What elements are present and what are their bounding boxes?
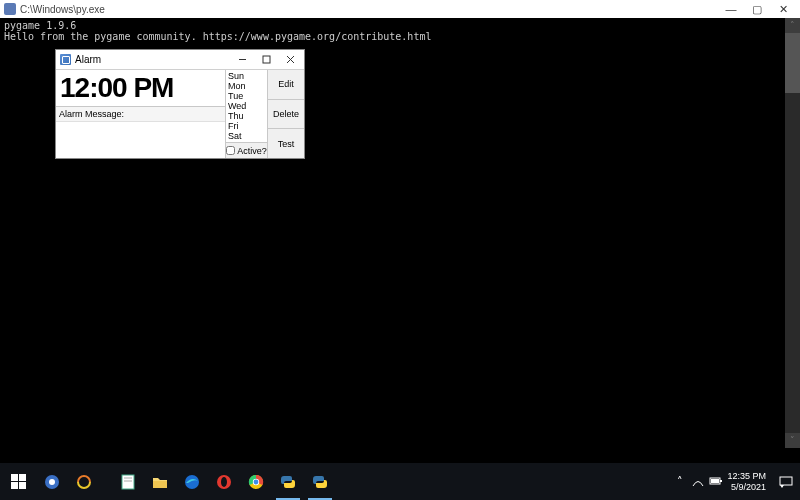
taskbar-opera[interactable] <box>208 463 240 500</box>
svg-rect-17 <box>720 480 722 482</box>
scroll-down-icon[interactable]: ˅ <box>785 433 800 448</box>
day-item[interactable]: Fri <box>228 121 265 131</box>
app-icon <box>74 472 94 492</box>
alarm-message-label: Alarm Message: <box>56 106 225 121</box>
svg-point-12 <box>221 477 227 487</box>
day-item[interactable]: Sat <box>228 131 265 141</box>
svg-point-5 <box>49 479 55 485</box>
maximize-button[interactable]: ▢ <box>744 3 770 16</box>
active-label: Active? <box>237 146 267 156</box>
day-item[interactable]: Tue <box>228 91 265 101</box>
console-line: pygame 1.9.6 <box>4 20 76 31</box>
alarm-titlebar[interactable]: Alarm <box>56 50 304 70</box>
svg-rect-9 <box>153 481 167 488</box>
active-toggle-row[interactable]: Active? <box>226 142 267 158</box>
system-tray[interactable]: ˄ 12:35 PM 5/9/2021 <box>671 463 800 500</box>
scroll-thumb[interactable] <box>785 33 800 93</box>
tray-chevron-icon[interactable]: ˄ <box>671 475 689 488</box>
console-title: C:\Windows\py.exe <box>20 4 718 15</box>
svg-rect-18 <box>711 479 719 483</box>
taskbar-app-2[interactable] <box>68 463 100 500</box>
taskbar[interactable]: ˄ 12:35 PM 5/9/2021 <box>0 463 800 500</box>
notification-icon <box>778 474 794 490</box>
notepad-icon <box>118 472 138 492</box>
scroll-up-icon[interactable]: ˄ <box>785 18 800 33</box>
tk-feather-icon <box>60 54 71 65</box>
edge-icon <box>182 472 202 492</box>
minimize-button[interactable]: — <box>718 3 744 15</box>
alarm-left-pane: 12:00 PM Alarm Message: <box>56 70 226 158</box>
opera-icon <box>214 472 234 492</box>
alarm-time-display: 12:00 PM <box>56 70 225 106</box>
day-item[interactable]: Sun <box>228 71 265 81</box>
console-line: Hello from the pygame community. https:/… <box>4 31 431 42</box>
taskbar-app-3[interactable] <box>112 463 144 500</box>
svg-point-15 <box>254 479 259 484</box>
action-center-button[interactable] <box>772 463 800 500</box>
python-icon <box>278 472 298 492</box>
close-button[interactable]: ✕ <box>770 3 796 16</box>
clock-date: 5/9/2021 <box>727 482 766 493</box>
tray-battery-icon[interactable] <box>707 476 725 488</box>
alarm-message-input[interactable] <box>56 121 225 149</box>
windows-logo-icon <box>11 474 26 489</box>
alarm-maximize-button[interactable] <box>254 52 278 68</box>
test-button[interactable]: Test <box>268 129 304 158</box>
svg-rect-19 <box>780 477 792 485</box>
taskbar-python-2[interactable] <box>304 463 336 500</box>
alarm-buttons-pane: Edit Delete Test <box>268 70 304 158</box>
console-scrollbar[interactable]: ˄ ˅ <box>785 18 800 448</box>
day-item[interactable]: Mon <box>228 81 265 91</box>
taskbar-app-1[interactable] <box>36 463 68 500</box>
active-checkbox[interactable] <box>226 146 235 155</box>
taskbar-file-explorer[interactable] <box>144 463 176 500</box>
delete-button[interactable]: Delete <box>268 100 304 130</box>
day-item[interactable]: Thu <box>228 111 265 121</box>
alarm-window[interactable]: Alarm 12:00 PM Alarm Message: Sun Mon Tu… <box>55 49 305 159</box>
taskbar-python-1[interactable] <box>272 463 304 500</box>
console-titlebar[interactable]: C:\Windows\py.exe — ▢ ✕ <box>0 0 800 18</box>
day-item[interactable]: Wed <box>228 101 265 111</box>
folder-icon <box>150 472 170 492</box>
alarm-close-button[interactable] <box>278 52 302 68</box>
console-output: pygame 1.9.6 Hello from the pygame commu… <box>0 18 800 44</box>
start-button[interactable] <box>0 463 36 500</box>
tray-network-icon[interactable] <box>689 475 707 489</box>
taskbar-chrome[interactable] <box>240 463 272 500</box>
alarm-minimize-button[interactable] <box>230 52 254 68</box>
console-app-icon <box>4 3 16 15</box>
days-listbox[interactable]: Sun Mon Tue Wed Thu Fri Sat <box>226 70 267 142</box>
alarm-days-pane: Sun Mon Tue Wed Thu Fri Sat Active? <box>226 70 268 158</box>
alarm-window-title: Alarm <box>75 54 230 65</box>
chrome-icon <box>246 472 266 492</box>
alarm-body: 12:00 PM Alarm Message: Sun Mon Tue Wed … <box>56 70 304 158</box>
svg-rect-1 <box>263 56 270 63</box>
svg-rect-6 <box>122 475 134 489</box>
clock-time: 12:35 PM <box>727 471 766 482</box>
edit-button[interactable]: Edit <box>268 70 304 100</box>
python-icon <box>310 472 330 492</box>
app-icon <box>42 472 62 492</box>
taskbar-edge[interactable] <box>176 463 208 500</box>
taskbar-clock[interactable]: 12:35 PM 5/9/2021 <box>725 469 772 495</box>
